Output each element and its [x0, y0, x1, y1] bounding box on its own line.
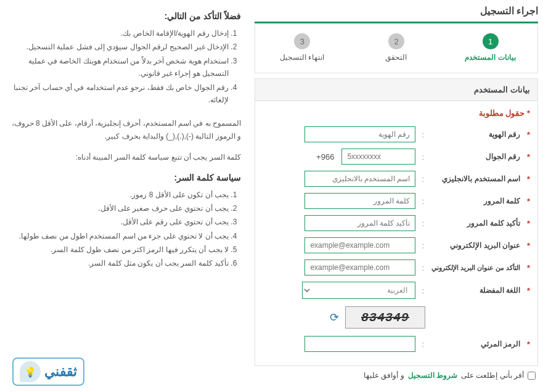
password-label: كلمة المرور [428, 197, 520, 205]
password-input[interactable] [304, 193, 415, 209]
refresh-icon[interactable]: ⟳ [330, 311, 339, 324]
password-confirm-input[interactable] [304, 215, 415, 231]
required-star: * [524, 219, 530, 228]
list-item: يجب أن لا تحتوي على جزء من اسم المستخدم … [11, 230, 229, 242]
lang-select[interactable]: العربية [302, 282, 415, 299]
instructions-list-1: إدخال رقم الهوية/الإقامة الخاص بك. الإدخ… [11, 27, 241, 106]
username-policy: المسموح به في اسم المستخدم، أحرف إنجليزي… [11, 117, 241, 142]
list-item: يجب أن تحتوي على رقم على الأقل. [11, 216, 229, 228]
agree-prefix: أقر بأني إطلعت على [461, 371, 524, 380]
step-3-label: انتهاء التسجيل [255, 53, 349, 62]
list-item: يجب أن تحتوي على حرف صغير على الأقل. [11, 202, 229, 214]
mobile-input[interactable] [341, 149, 415, 165]
instructions-list-2: يجب أن تكون على الأقل 8 رموز. يجب أن تحت… [11, 189, 241, 270]
instructions-heading-2: سياسة كلمة السر: [11, 173, 241, 182]
bulb-icon: 💡 [20, 361, 41, 382]
list-item: رقم الجوال خاص بك فقط، نرجو عدم استخدامه… [11, 81, 229, 107]
captcha-label: الرمز المرئي [428, 340, 520, 348]
captcha-input[interactable] [304, 336, 415, 352]
required-star: * [524, 174, 530, 184]
required-star: * [524, 286, 530, 295]
captcha-image: 834349 [345, 306, 425, 329]
step-1-circle: 1 [483, 33, 499, 49]
email-label: عنوان البريد الإلكتروني [428, 241, 520, 250]
required-star: * [524, 130, 530, 139]
site-logo: ثقفني 💡 [12, 357, 84, 386]
step-3: 3 انتهاء التسجيل [255, 33, 349, 62]
list-item: استخدام هوية شخص آخر بدلاً من استخدام هو… [11, 55, 229, 80]
user-data-panel: بيانات المستخدم حقول مطلوبة * رقم الهوية… [255, 78, 538, 366]
required-hint: حقول مطلوبة [263, 108, 530, 118]
phone-code: +966 [316, 152, 334, 161]
mobile-label: رقم الجوال [428, 152, 520, 161]
step-3-circle: 3 [294, 33, 310, 49]
required-star: * [524, 152, 530, 161]
agree-checkbox[interactable] [528, 372, 536, 380]
email-input[interactable] [304, 237, 415, 253]
step-2: 2 التحقق [349, 33, 444, 62]
logo-text: ثقفني [44, 364, 77, 380]
email-confirm-input[interactable] [304, 259, 415, 276]
required-star: * [524, 197, 530, 206]
step-2-label: التحقق [349, 53, 444, 62]
list-item: إدخال رقم الهوية/الإقامة الخاص بك. [11, 27, 229, 39]
username-label: اسم المستخدم بالانجليزي [428, 174, 520, 183]
id-input[interactable] [304, 126, 415, 142]
password-intro: كلمة السر يجب أن تتبع سياسة كلمة السر ال… [11, 151, 241, 163]
panel-title: بيانات المستخدم [255, 79, 537, 101]
step-2-circle: 2 [388, 33, 404, 49]
required-star: * [524, 241, 530, 250]
list-item: الإدخال غير الصحيح لرقم الجوال سيؤدي إلى… [11, 41, 229, 53]
list-item: لا يجب أن يتكرر فيها الرمز اكثر من نصف ط… [11, 243, 229, 256]
lang-label: اللغة المفضلة [428, 286, 520, 295]
step-1-label: بيانات المستخدم [443, 53, 537, 62]
terms-link[interactable]: شروط التسجيل [408, 371, 457, 380]
step-1: 1 بيانات المستخدم [443, 33, 537, 62]
username-input[interactable] [304, 171, 415, 187]
id-label: رقم الهوية [428, 130, 520, 139]
email-confirm-label: التأكد من عنوان البريد الإلكتروني [428, 264, 520, 272]
agree-suffix: و أوافق عليها [364, 371, 404, 380]
stepper: 1 بيانات المستخدم 2 التحقق 3 انتهاء التس… [255, 25, 538, 73]
required-star: * [524, 263, 530, 272]
instructions-heading-1: فضلاً التأكد من التالي: [11, 11, 241, 21]
title-underline [255, 22, 538, 23]
list-item: تأكيد كلمة السر يجب أن يكون مثل كلمة الس… [11, 257, 229, 269]
required-star: * [524, 340, 530, 349]
list-item: يجب أن تكون على الأقل 8 رموز. [11, 189, 229, 201]
page-title: اجراء التسجيل [255, 5, 538, 22]
password-confirm-label: تأكيد كلمة المرور [428, 219, 520, 227]
